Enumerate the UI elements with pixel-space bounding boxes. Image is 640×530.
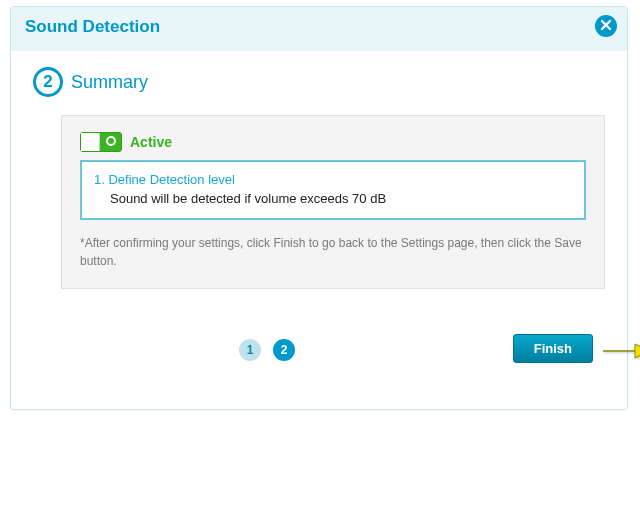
sound-detection-dialog: Sound Detection 2 Summary Active 1. Defi… [10,6,628,410]
step-pager: 1 2 [239,339,295,361]
step-number-badge: 2 [33,67,63,97]
status-row: Active [80,132,586,152]
close-icon [600,17,612,35]
pager-step-2[interactable]: 2 [273,339,295,361]
step-title: Summary [71,72,148,93]
arrow-icon [601,340,640,366]
dialog-header: Sound Detection [11,7,627,51]
detection-level-text: Sound will be detected if volume exceeds… [94,191,572,206]
pager-step-1[interactable]: 1 [239,339,261,361]
close-button[interactable] [595,15,617,37]
dialog-footer: 1 2 Finish [61,337,605,377]
dialog-title: Sound Detection [25,17,160,36]
status-label: Active [130,134,172,150]
active-toggle[interactable] [80,132,122,152]
detection-level-box: 1. Define Detection level Sound will be … [80,160,586,220]
dialog-content: 2 Summary Active 1. Define Detection lev… [11,51,627,409]
finish-button[interactable]: Finish [513,334,593,363]
summary-panel: Active 1. Define Detection level Sound w… [61,115,605,289]
detection-level-title: 1. Define Detection level [94,172,572,187]
instruction-note: *After confirming your settings, click F… [80,234,586,270]
step-header: 2 Summary [33,67,605,97]
